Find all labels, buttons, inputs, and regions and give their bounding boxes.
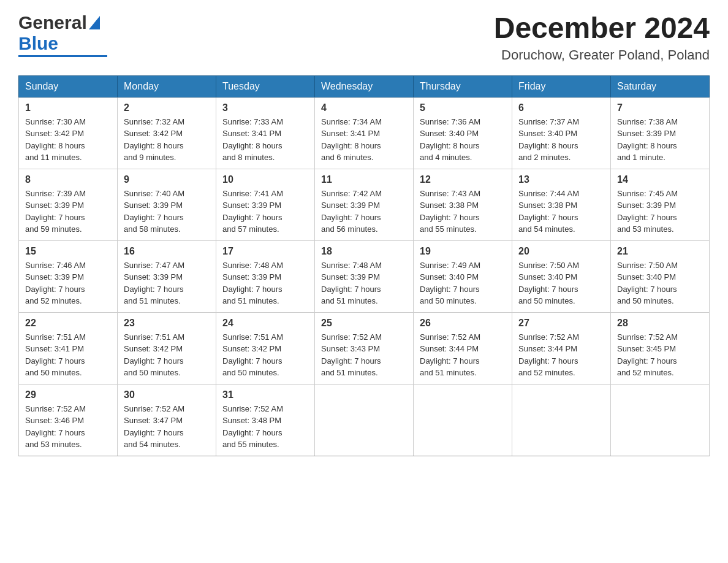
day-info: Sunrise: 7:51 AMSunset: 3:42 PMDaylight:… [124,331,210,379]
day-number: 1 [25,102,111,113]
calendar-cell: 6 Sunrise: 7:37 AMSunset: 3:40 PMDayligh… [512,97,611,169]
weekday-header-row: SundayMondayTuesdayWednesdayThursdayFrid… [19,75,710,97]
day-number: 3 [222,102,308,113]
day-info: Sunrise: 7:46 AMSunset: 3:39 PMDaylight:… [25,259,111,307]
day-info: Sunrise: 7:38 AMSunset: 3:39 PMDaylight:… [617,116,703,164]
calendar-cell: 16 Sunrise: 7:47 AMSunset: 3:39 PMDaylig… [118,240,216,312]
day-number: 7 [617,102,703,113]
calendar-cell: 21 Sunrise: 7:50 AMSunset: 3:40 PMDaylig… [611,240,710,312]
calendar-cell: 19 Sunrise: 7:49 AMSunset: 3:40 PMDaylig… [414,240,512,312]
calendar-cell: 12 Sunrise: 7:43 AMSunset: 3:38 PMDaylig… [414,169,512,240]
day-number: 6 [518,102,604,113]
day-number: 14 [617,174,703,185]
day-number: 13 [518,174,604,185]
calendar-cell [414,384,512,456]
day-info: Sunrise: 7:48 AMSunset: 3:39 PMDaylight:… [222,259,308,307]
day-number: 9 [124,174,210,185]
calendar-table: SundayMondayTuesdayWednesdayThursdayFrid… [18,75,710,456]
day-info: Sunrise: 7:52 AMSunset: 3:44 PMDaylight:… [518,331,604,379]
day-info: Sunrise: 7:52 AMSunset: 3:43 PMDaylight:… [321,331,407,379]
calendar-cell [512,384,611,456]
calendar-cell: 4 Sunrise: 7:34 AMSunset: 3:41 PMDayligh… [315,97,414,169]
day-number: 29 [25,389,111,400]
calendar-cell: 25 Sunrise: 7:52 AMSunset: 3:43 PMDaylig… [315,312,414,384]
day-info: Sunrise: 7:34 AMSunset: 3:41 PMDaylight:… [321,116,407,164]
day-info: Sunrise: 7:43 AMSunset: 3:38 PMDaylight:… [420,188,506,236]
title-section: December 2024 Doruchow, Greater Poland, … [494,12,710,63]
day-number: 27 [518,318,604,329]
day-number: 8 [25,174,111,185]
logo-blue-text: Blue [18,33,58,53]
calendar-cell: 2 Sunrise: 7:32 AMSunset: 3:42 PMDayligh… [118,97,216,169]
logo-underline [18,55,107,57]
day-info: Sunrise: 7:39 AMSunset: 3:39 PMDaylight:… [25,188,111,236]
day-number: 28 [617,318,703,329]
day-info: Sunrise: 7:52 AMSunset: 3:44 PMDaylight:… [420,331,506,379]
day-info: Sunrise: 7:32 AMSunset: 3:42 PMDaylight:… [124,116,210,164]
calendar-cell: 15 Sunrise: 7:46 AMSunset: 3:39 PMDaylig… [19,240,118,312]
day-number: 20 [518,246,604,257]
day-number: 11 [321,174,407,185]
calendar-cell: 22 Sunrise: 7:51 AMSunset: 3:41 PMDaylig… [19,312,118,384]
page-header: General Blue December 2024 Doruchow, Gre… [18,12,710,63]
day-number: 26 [420,318,506,329]
svg-marker-0 [89,16,100,29]
day-info: Sunrise: 7:30 AMSunset: 3:42 PMDaylight:… [25,116,111,164]
day-number: 16 [124,246,210,257]
day-number: 18 [321,246,407,257]
day-info: Sunrise: 7:48 AMSunset: 3:39 PMDaylight:… [321,259,407,307]
day-info: Sunrise: 7:41 AMSunset: 3:39 PMDaylight:… [222,188,308,236]
calendar-cell: 18 Sunrise: 7:48 AMSunset: 3:39 PMDaylig… [315,240,414,312]
day-number: 23 [124,318,210,329]
calendar-cell: 23 Sunrise: 7:51 AMSunset: 3:42 PMDaylig… [118,312,216,384]
day-number: 12 [420,174,506,185]
day-info: Sunrise: 7:50 AMSunset: 3:40 PMDaylight:… [518,259,604,307]
logo-general-text: General [18,12,87,33]
day-info: Sunrise: 7:44 AMSunset: 3:38 PMDaylight:… [518,188,604,236]
day-info: Sunrise: 7:52 AMSunset: 3:48 PMDaylight:… [222,403,308,451]
weekday-header-sunday: Sunday [19,75,118,97]
calendar-cell [611,384,710,456]
weekday-header-thursday: Thursday [414,75,512,97]
day-info: Sunrise: 7:52 AMSunset: 3:46 PMDaylight:… [25,403,111,451]
calendar-week-1: 1 Sunrise: 7:30 AMSunset: 3:42 PMDayligh… [19,97,710,169]
calendar-cell: 7 Sunrise: 7:38 AMSunset: 3:39 PMDayligh… [611,97,710,169]
day-info: Sunrise: 7:37 AMSunset: 3:40 PMDaylight:… [518,116,604,164]
calendar-cell: 11 Sunrise: 7:42 AMSunset: 3:39 PMDaylig… [315,169,414,240]
calendar-cell: 24 Sunrise: 7:51 AMSunset: 3:42 PMDaylig… [216,312,315,384]
weekday-header-friday: Friday [512,75,611,97]
calendar-week-4: 22 Sunrise: 7:51 AMSunset: 3:41 PMDaylig… [19,312,710,384]
day-info: Sunrise: 7:45 AMSunset: 3:39 PMDaylight:… [617,188,703,236]
calendar-cell: 28 Sunrise: 7:52 AMSunset: 3:45 PMDaylig… [611,312,710,384]
calendar-week-3: 15 Sunrise: 7:46 AMSunset: 3:39 PMDaylig… [19,240,710,312]
day-info: Sunrise: 7:51 AMSunset: 3:41 PMDaylight:… [25,331,111,379]
day-info: Sunrise: 7:51 AMSunset: 3:42 PMDaylight:… [222,331,308,379]
day-number: 22 [25,318,111,329]
day-info: Sunrise: 7:50 AMSunset: 3:40 PMDaylight:… [617,259,703,307]
calendar-cell: 14 Sunrise: 7:45 AMSunset: 3:39 PMDaylig… [611,169,710,240]
month-title: December 2024 [494,12,710,45]
day-info: Sunrise: 7:42 AMSunset: 3:39 PMDaylight:… [321,188,407,236]
logo-triangle-icon [89,16,100,32]
calendar-cell: 3 Sunrise: 7:33 AMSunset: 3:41 PMDayligh… [216,97,315,169]
day-number: 30 [124,389,210,400]
location-title: Doruchow, Greater Poland, Poland [494,47,710,63]
day-number: 25 [321,318,407,329]
day-number: 24 [222,318,308,329]
calendar-cell [315,384,414,456]
calendar-cell: 5 Sunrise: 7:36 AMSunset: 3:40 PMDayligh… [414,97,512,169]
calendar-cell: 10 Sunrise: 7:41 AMSunset: 3:39 PMDaylig… [216,169,315,240]
day-number: 10 [222,174,308,185]
day-info: Sunrise: 7:52 AMSunset: 3:45 PMDaylight:… [617,331,703,379]
calendar-cell: 27 Sunrise: 7:52 AMSunset: 3:44 PMDaylig… [512,312,611,384]
calendar-cell: 17 Sunrise: 7:48 AMSunset: 3:39 PMDaylig… [216,240,315,312]
day-number: 2 [124,102,210,113]
calendar-cell: 31 Sunrise: 7:52 AMSunset: 3:48 PMDaylig… [216,384,315,456]
day-info: Sunrise: 7:47 AMSunset: 3:39 PMDaylight:… [124,259,210,307]
day-number: 5 [420,102,506,113]
day-number: 19 [420,246,506,257]
calendar-cell: 9 Sunrise: 7:40 AMSunset: 3:39 PMDayligh… [118,169,216,240]
day-info: Sunrise: 7:36 AMSunset: 3:40 PMDaylight:… [420,116,506,164]
day-info: Sunrise: 7:33 AMSunset: 3:41 PMDaylight:… [222,116,308,164]
day-info: Sunrise: 7:40 AMSunset: 3:39 PMDaylight:… [124,188,210,236]
